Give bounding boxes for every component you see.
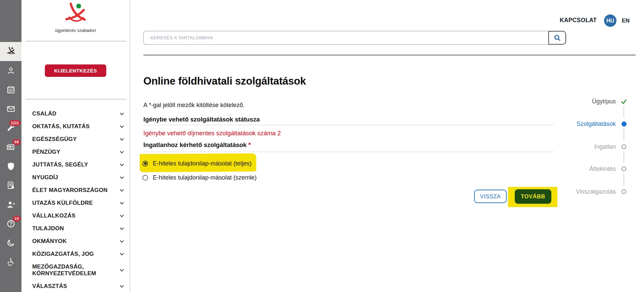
radio-unselected-icon[interactable] bbox=[142, 175, 148, 181]
step-label: Áttekintés bbox=[589, 165, 616, 173]
sidebar-item-penzugy[interactable]: PÉNZÜGY bbox=[32, 146, 125, 158]
contact-link[interactable]: KAPCSOLAT bbox=[560, 17, 597, 24]
chevron-down-icon bbox=[119, 124, 125, 130]
calendar-icon bbox=[6, 85, 15, 94]
rail-item-news[interactable]: 69 bbox=[0, 138, 21, 157]
menu-label: EGÉSZSÉGÜGY bbox=[32, 136, 77, 143]
sidebar-item-oktatas-kutatas[interactable]: OKTATÁS, KUTATÁS bbox=[32, 120, 125, 133]
radio-option-szemle[interactable]: E-hiteles tulajdonilap-másolat (szemle) bbox=[142, 172, 257, 183]
step-label: Ügytípus bbox=[592, 98, 616, 105]
chevron-down-icon bbox=[119, 111, 125, 117]
step-check-icon bbox=[620, 98, 627, 105]
sidebar-item-juttatas-segely[interactable]: JUTTATÁS, SEGÉLY bbox=[32, 158, 125, 171]
language-toggle-hu[interactable]: HU bbox=[604, 14, 616, 27]
rail-item-help[interactable]: 10 bbox=[0, 214, 21, 233]
step-connector bbox=[624, 174, 624, 186]
user-plus-icon bbox=[6, 200, 15, 209]
progress-stepper: Ügytípus Szolgáltatások Ingatlan Áttekin… bbox=[560, 97, 631, 198]
chevron-down-icon bbox=[119, 200, 125, 206]
sidebar-divider bbox=[26, 41, 126, 41]
rail-item-profile[interactable] bbox=[0, 61, 21, 80]
rail-item-messages[interactable] bbox=[0, 99, 21, 118]
sidebar-item-nyugdij[interactable]: NYUGDÍJ bbox=[32, 171, 125, 184]
services-section-heading: Ingatlanhoz kérhető szolgáltatások * bbox=[143, 141, 251, 149]
step-current-dot-icon bbox=[620, 120, 627, 127]
chevron-down-icon bbox=[119, 251, 125, 257]
menu-label: VÁLLALKOZÁS bbox=[32, 212, 76, 219]
radio-selected-icon[interactable] bbox=[142, 161, 148, 166]
sidebar-item-csalad[interactable]: CSALÁD bbox=[32, 107, 125, 120]
logout-button[interactable]: KIJELENTKEZÉS bbox=[45, 64, 106, 77]
chevron-down-icon bbox=[119, 283, 125, 289]
figure-icon bbox=[6, 47, 15, 56]
chevron-down-icon bbox=[119, 187, 125, 193]
sidebar-item-kozigazgatas-jog[interactable]: KÖZIGAZGATÁS, JOG bbox=[32, 248, 125, 260]
back-button[interactable]: VISSZA bbox=[474, 190, 507, 203]
language-toggle-en[interactable]: EN bbox=[622, 17, 630, 24]
main-content: KAPCSOLAT HU EN Online földhivatali szol… bbox=[130, 0, 644, 292]
page-title: Online földhivatali szolgáltatások bbox=[143, 75, 306, 87]
step-szolgaltatasok: Szolgáltatások bbox=[560, 119, 631, 128]
menu-label: CSALÁD bbox=[32, 110, 56, 117]
sidebar-item-elet-magyarorszagon[interactable]: ÉLET MAGYARORSZÁGON bbox=[32, 184, 125, 197]
chevron-down-icon bbox=[119, 149, 125, 155]
rail-item-dark-mode[interactable] bbox=[0, 233, 21, 252]
sidebar-item-mezogazdasag-kornyezetvedelem[interactable]: MEZŐGAZDASÁG, KÖRNYEZETVÉDELEM bbox=[32, 260, 125, 280]
sidebar-item-valasztas[interactable]: VÁLASZTÁS bbox=[32, 280, 125, 292]
menu-label: OKTATÁS, KUTATÁS bbox=[32, 123, 90, 130]
search-input[interactable] bbox=[143, 31, 548, 45]
rail-item-ugyfelkapu[interactable] bbox=[0, 42, 21, 61]
user-icon bbox=[6, 66, 15, 75]
brand-tagline: ügyintézés szabadon bbox=[21, 28, 130, 33]
required-asterisk: * bbox=[248, 141, 251, 148]
brand-logo[interactable]: ügyintézés szabadon bbox=[21, 3, 130, 33]
step-label: Ingatlan bbox=[594, 143, 616, 150]
rail-item-accessibility[interactable] bbox=[0, 252, 21, 272]
status-message: Igénybe vehető díjmentes szolgáltatások … bbox=[143, 130, 281, 137]
notification-badge: 69 bbox=[13, 139, 20, 145]
step-connector bbox=[624, 151, 624, 163]
menu-label: MEZŐGAZDASÁG, KÖRNYEZETVÉDELEM bbox=[32, 263, 116, 277]
step-todo-circle-icon bbox=[620, 143, 627, 150]
sidebar-vertical-divider bbox=[130, 0, 130, 292]
step-connector bbox=[624, 106, 624, 118]
rail-item-security[interactable] bbox=[0, 157, 21, 176]
step-todo-circle-icon bbox=[620, 165, 627, 172]
rail-item-calendar[interactable] bbox=[0, 80, 21, 99]
sidebar-item-utazas-kulfoldre[interactable]: UTAZÁS KÜLFÖLDRE bbox=[32, 197, 125, 209]
chevron-down-icon bbox=[119, 162, 125, 168]
sidebar-menu: CSALÁD OKTATÁS, KUTATÁS EGÉSZSÉGÜGY PÉNZ… bbox=[32, 107, 125, 292]
accessibility-icon bbox=[6, 257, 15, 266]
sidebar-item-tulajdon[interactable]: TULAJDON bbox=[32, 222, 125, 235]
document-lock-icon bbox=[6, 181, 15, 190]
radio-option-label: E-hiteles tulajdonilap-másolat (teljes) bbox=[153, 160, 251, 167]
magyarorszag-logo-icon bbox=[62, 3, 89, 27]
sidebar-item-vallalkozas[interactable]: VÁLLALKOZÁS bbox=[32, 209, 125, 222]
rail-item-documents[interactable] bbox=[0, 176, 21, 195]
mail-icon bbox=[6, 104, 15, 113]
chevron-down-icon bbox=[119, 267, 125, 273]
icon-rail-items: 1111 69 bbox=[0, 42, 21, 272]
sidebar-item-egeszsegugy[interactable]: EGÉSZSÉGÜGY bbox=[32, 133, 125, 146]
header-divider bbox=[143, 55, 636, 55]
moon-icon bbox=[6, 238, 15, 247]
menu-label: NYUGDÍJ bbox=[32, 174, 58, 181]
rail-item-services[interactable]: 1111 bbox=[0, 118, 21, 138]
menu-label: UTAZÁS KÜLFÖLDRE bbox=[32, 200, 93, 206]
menu-label: PÉNZÜGY bbox=[32, 149, 60, 155]
radio-option-teljes[interactable]: E-hiteles tulajdonilap-másolat (teljes) bbox=[142, 158, 251, 169]
required-note: A *-gal jelölt mezők kitöltése kötelező. bbox=[143, 102, 244, 109]
icon-rail: 1111 69 bbox=[0, 0, 21, 292]
menu-label: JUTTATÁS, SEGÉLY bbox=[32, 161, 88, 168]
next-button[interactable]: TOVÁBB bbox=[515, 189, 551, 204]
section-divider bbox=[143, 125, 554, 125]
sidebar-item-okmanyok[interactable]: OKMÁNYOK bbox=[32, 235, 125, 248]
rail-item-add-user[interactable] bbox=[0, 195, 21, 214]
chevron-down-icon bbox=[119, 175, 125, 181]
chevron-down-icon bbox=[119, 238, 125, 244]
status-section-heading: Igénybe vehető szolgáltatások státusza bbox=[143, 116, 260, 123]
search-button[interactable] bbox=[548, 31, 566, 45]
section-divider bbox=[143, 152, 554, 152]
step-visszaigazolas: Visszaigazolás bbox=[560, 187, 631, 196]
notification-badge: 1111 bbox=[9, 120, 20, 126]
